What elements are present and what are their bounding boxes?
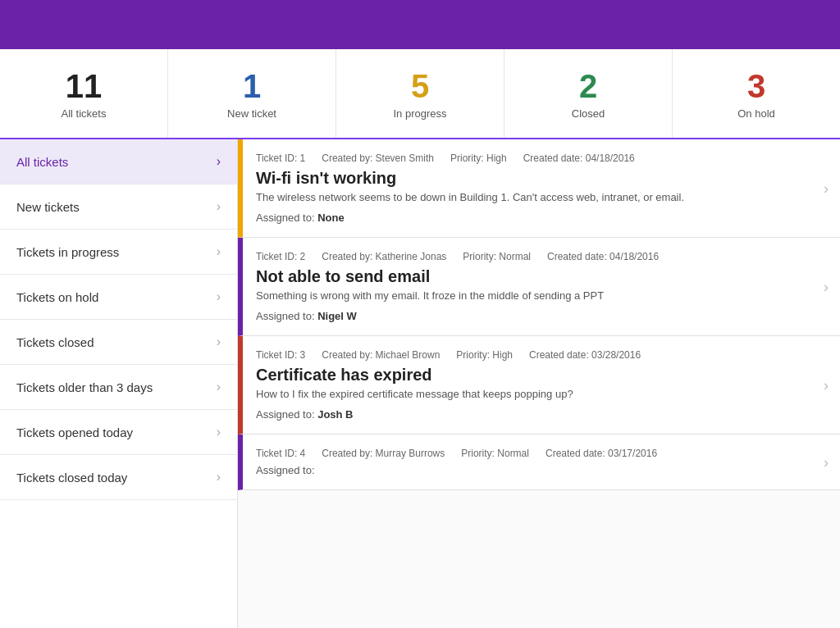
ticket-created-date: Created date: 04/18/2016 (523, 152, 635, 164)
ticket-assignee: Nigel W (317, 310, 357, 322)
ticket-priority: Priority: High (456, 349, 513, 361)
sidebar-item-tickets-closed-today[interactable]: Tickets closed today › (0, 455, 237, 500)
ticket-meta: Ticket ID: 3 Created by: Michael Brown P… (256, 349, 824, 361)
sidebar-item-label: All tickets (16, 155, 68, 169)
ticket-meta: Ticket ID: 4 Created by: Murray Burrows … (256, 448, 824, 459)
stat-on_hold[interactable]: 3 On hold (673, 49, 840, 138)
chevron-right-icon: › (217, 425, 221, 439)
stat-number-in_progress: 5 (411, 68, 429, 104)
stat-in_progress[interactable]: 5 In progress (336, 49, 504, 138)
chevron-right-icon: › (217, 154, 221, 169)
ticket-id: Ticket ID: 1 (256, 152, 305, 164)
sidebar-item-tickets-in-progress[interactable]: Tickets in progress › (0, 230, 237, 275)
sidebar-item-new-tickets[interactable]: New tickets › (0, 184, 237, 230)
ticket-assigned: Assigned to: None (256, 212, 824, 224)
sidebar-item-tickets-opened-today[interactable]: Tickets opened today › (0, 410, 237, 455)
ticket-description: The wireless network seems to be down in… (256, 191, 824, 203)
ticket-created-date: Created date: 04/18/2016 (547, 251, 659, 262)
chevron-right-icon: › (217, 289, 221, 304)
stat-label-all: All tickets (62, 107, 107, 120)
stat-number-new: 1 (243, 68, 261, 104)
stat-number-on_hold: 3 (747, 68, 765, 104)
stat-label-in_progress: In progress (393, 107, 446, 120)
chevron-right-icon: › (217, 199, 221, 214)
sidebar-item-tickets-on-hold[interactable]: Tickets on hold › (0, 275, 237, 320)
ticket-title: Wi-fi isn't working (256, 169, 824, 188)
ticket-created-by: Created by: Katherine Jonas (322, 251, 446, 262)
ticket-description: How to I fix the expired certificate mes… (256, 388, 824, 400)
sidebar-item-label: Tickets closed today (16, 471, 127, 485)
ticket-created-by: Created by: Steven Smith (322, 152, 434, 164)
ticket-id: Ticket ID: 4 (256, 448, 305, 459)
ticket-meta: Ticket ID: 2 Created by: Katherine Jonas… (256, 251, 824, 262)
ticket-created-by: Created by: Murray Burrows (322, 448, 445, 459)
ticket-list: Ticket ID: 1 Created by: Steven Smith Pr… (238, 139, 840, 628)
chevron-right-icon: › (217, 334, 221, 349)
sidebar-item-tickets-older[interactable]: Tickets older than 3 days › (0, 365, 237, 410)
chevron-right-icon: › (824, 180, 829, 197)
stat-label-closed: Closed (572, 107, 605, 120)
sidebar: All tickets › New tickets › Tickets in p… (0, 139, 238, 628)
stat-number-closed: 2 (579, 68, 597, 104)
chevron-right-icon: › (217, 470, 221, 485)
stat-all[interactable]: 11 All tickets (0, 49, 168, 138)
ticket-card[interactable]: Ticket ID: 2 Created by: Katherine Jonas… (238, 238, 840, 336)
sidebar-item-all-tickets[interactable]: All tickets › (0, 139, 237, 184)
ticket-priority: Priority: Normal (463, 251, 531, 262)
sidebar-item-label: Tickets in progress (16, 245, 119, 259)
stat-number-all: 11 (66, 68, 103, 104)
ticket-card[interactable]: Ticket ID: 4 Created by: Murray Burrows … (238, 435, 840, 490)
sidebar-item-label: Tickets older than 3 days (16, 380, 153, 394)
main-layout: All tickets › New tickets › Tickets in p… (0, 139, 840, 628)
ticket-id: Ticket ID: 3 (256, 349, 305, 361)
chevron-right-icon: › (824, 376, 829, 394)
stat-label-on_hold: On hold (737, 107, 775, 120)
chevron-right-icon: › (824, 453, 829, 471)
sidebar-item-label: New tickets (16, 200, 80, 214)
ticket-assigned: Assigned to: Josh B (256, 408, 824, 421)
ticket-assigned: Assigned to: (256, 464, 824, 476)
ticket-title: Not able to send email (256, 267, 824, 286)
stat-new[interactable]: 1 New ticket (168, 49, 336, 138)
ticket-priority: Priority: Normal (461, 448, 529, 459)
stats-bar: 11 All tickets 1 New ticket 5 In progres… (0, 49, 840, 139)
stat-label-new: New ticket (227, 107, 276, 120)
ticket-meta: Ticket ID: 1 Created by: Steven Smith Pr… (256, 152, 824, 164)
chevron-right-icon: › (217, 244, 221, 259)
ticket-card[interactable]: Ticket ID: 3 Created by: Michael Brown P… (238, 336, 840, 435)
sidebar-item-label: Tickets opened today (16, 425, 133, 439)
app-header (0, 0, 840, 49)
ticket-assignee: None (317, 212, 345, 224)
ticket-description: Something is wrong with my email. It fro… (256, 289, 824, 302)
sidebar-item-label: Tickets on hold (16, 290, 98, 304)
ticket-assignee: Josh B (317, 408, 353, 421)
ticket-id: Ticket ID: 2 (256, 251, 305, 262)
ticket-created-date: Created date: 03/28/2016 (529, 349, 641, 361)
sidebar-item-label: Tickets closed (16, 335, 94, 349)
ticket-priority: Priority: High (450, 152, 507, 164)
ticket-title: Certificate has expired (256, 366, 824, 385)
chevron-right-icon: › (217, 380, 221, 394)
ticket-created-by: Created by: Michael Brown (322, 349, 440, 361)
stat-closed[interactable]: 2 Closed (504, 49, 673, 138)
ticket-created-date: Created date: 03/17/2016 (546, 448, 657, 459)
ticket-card[interactable]: Ticket ID: 1 Created by: Steven Smith Pr… (238, 139, 840, 238)
sidebar-item-tickets-closed[interactable]: Tickets closed › (0, 320, 237, 365)
chevron-right-icon: › (824, 278, 829, 295)
ticket-assigned: Assigned to: Nigel W (256, 310, 824, 322)
